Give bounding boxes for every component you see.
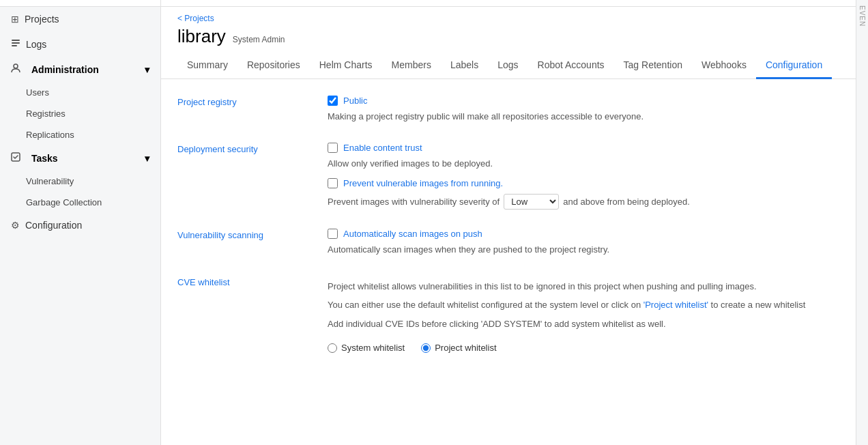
- prevent-vulnerable-checkbox[interactable]: [328, 178, 338, 188]
- deployment-security-content: Enable content trust Allow only verified…: [328, 143, 839, 210]
- sidebar-label-garbage-collection: Garbage Collection: [26, 197, 102, 207]
- vulnerability-scanning-row: Vulnerability scanning Automatically sca…: [177, 229, 839, 257]
- tab-bar: Summary Repositories Helm Charts Members…: [161, 53, 856, 79]
- project-header: < Projects library System Admin: [161, 7, 856, 47]
- severity-prefix: Prevent images with vulnerability severi…: [328, 197, 500, 207]
- administration-icon: [11, 63, 20, 75]
- vulnerability-scanning-label: Vulnerability scanning: [177, 229, 328, 257]
- sidebar-item-garbage-collection[interactable]: Garbage Collection: [0, 192, 160, 213]
- project-whitelist-link[interactable]: 'Project whitelist': [643, 300, 708, 310]
- right-strip-label: EVEN: [858, 5, 866, 27]
- cve-desc1: Project whitelist allows vulnerabilities…: [328, 280, 839, 293]
- public-checkbox[interactable]: [328, 96, 338, 106]
- sidebar-label-logs: Logs: [26, 39, 46, 50]
- sidebar-label-registries: Registries: [26, 109, 66, 119]
- project-registry-content: Public Making a project registry public …: [328, 96, 839, 124]
- projects-icon: ⊞: [11, 14, 19, 25]
- logs-icon: [11, 38, 20, 50]
- content-trust-label[interactable]: Enable content trust: [343, 143, 422, 153]
- tab-webhooks[interactable]: Webhooks: [692, 53, 756, 79]
- severity-suffix: and above from being deployed.: [563, 197, 690, 207]
- tab-summary[interactable]: Summary: [177, 53, 237, 79]
- main-content: < Projects library System Admin Summary …: [161, 0, 856, 445]
- vulnerability-scanning-content: Automatically scan images on push Automa…: [328, 229, 839, 257]
- chevron-down-icon: ▾: [145, 64, 149, 75]
- project-whitelist-radio[interactable]: [421, 343, 431, 353]
- svg-rect-0: [12, 40, 20, 41]
- sidebar-label-administration: Administration: [31, 64, 99, 75]
- sidebar-item-registries[interactable]: Registries: [0, 103, 160, 124]
- system-whitelist-radio[interactable]: [328, 343, 337, 353]
- public-label[interactable]: Public: [343, 96, 367, 106]
- prevent-vulnerable-checkbox-row: Prevent vulnerable images from running.: [328, 178, 839, 188]
- svg-rect-2: [12, 45, 17, 46]
- sidebar: ⊞ Projects Logs Administration ▾ Users: [0, 0, 161, 445]
- right-strip: EVEN: [856, 0, 868, 445]
- project-registry-label: Project registry: [177, 96, 328, 124]
- tasks-chevron-icon: ▾: [145, 153, 149, 164]
- system-whitelist-radio-row: System whitelist: [328, 343, 405, 353]
- sidebar-item-tasks[interactable]: Tasks ▾: [0, 145, 160, 171]
- severity-select[interactable]: Low Medium High Critical: [504, 194, 559, 210]
- auto-scan-checkbox[interactable]: [328, 229, 338, 239]
- sidebar-item-administration[interactable]: Administration ▾: [0, 57, 160, 82]
- tasks-icon: [11, 152, 20, 164]
- deployment-security-label: Deployment security: [177, 143, 328, 210]
- cve-desc3: Add individual CVE IDs before clicking '…: [328, 317, 839, 331]
- sidebar-item-replications[interactable]: Replications: [0, 124, 160, 145]
- allow-verified-description: Allow only verified images to be deploye…: [328, 157, 839, 171]
- sidebar-item-logs[interactable]: Logs: [0, 31, 160, 57]
- whitelist-radio-group: System whitelist Project whitelist: [328, 340, 839, 353]
- cve-whitelist-row: CVE whitelist Project whitelist allows v…: [177, 276, 839, 354]
- sidebar-item-configuration[interactable]: ⚙ Configuration: [0, 213, 160, 238]
- public-checkbox-row: Public: [328, 96, 839, 106]
- tab-robot-accounts[interactable]: Robot Accounts: [528, 53, 614, 79]
- project-title: library: [177, 26, 226, 47]
- auto-scan-label[interactable]: Automatically scan images on push: [343, 229, 482, 239]
- sidebar-label-users: Users: [26, 87, 49, 98]
- project-registry-row: Project registry Public Making a project…: [177, 96, 839, 124]
- auto-scan-checkbox-row: Automatically scan images on push: [328, 229, 839, 239]
- configuration-content: Project registry Public Making a project…: [161, 79, 856, 445]
- tab-labels[interactable]: Labels: [441, 53, 488, 79]
- sidebar-item-projects[interactable]: ⊞ Projects: [0, 7, 160, 31]
- project-whitelist-radio-row: Project whitelist: [421, 343, 496, 353]
- tab-tag-retention[interactable]: Tag Retention: [614, 53, 692, 79]
- public-description: Making a project registry public will ma…: [328, 110, 839, 124]
- prevent-vulnerable-label[interactable]: Prevent vulnerable images from running.: [343, 178, 503, 188]
- cve-whitelist-label: CVE whitelist: [177, 276, 328, 354]
- deployment-security-row: Deployment security Enable content trust…: [177, 143, 839, 210]
- svg-rect-1: [12, 42, 20, 44]
- tab-logs[interactable]: Logs: [488, 53, 527, 79]
- sidebar-label-configuration: Configuration: [25, 220, 82, 231]
- project-whitelist-radio-label[interactable]: Project whitelist: [435, 343, 496, 353]
- sidebar-item-vulnerability[interactable]: Vulnerability: [0, 171, 160, 192]
- breadcrumb[interactable]: < Projects: [177, 14, 839, 23]
- sidebar-label-replications: Replications: [26, 130, 74, 140]
- content-trust-checkbox[interactable]: [328, 143, 338, 153]
- tab-repositories[interactable]: Repositories: [237, 53, 310, 79]
- sidebar-label-vulnerability: Vulnerability: [26, 176, 74, 186]
- svg-point-3: [14, 64, 18, 68]
- sidebar-item-users[interactable]: Users: [0, 82, 160, 103]
- tab-configuration[interactable]: Configuration: [756, 53, 832, 79]
- tab-helm-charts[interactable]: Helm Charts: [310, 53, 382, 79]
- cve-whitelist-content: Project whitelist allows vulnerabilities…: [328, 276, 839, 354]
- sidebar-label-tasks: Tasks: [31, 153, 58, 164]
- cve-desc2: You can either use the default whitelist…: [328, 298, 839, 312]
- sidebar-label-projects: Projects: [25, 14, 59, 25]
- severity-row: Prevent images with vulnerability severi…: [328, 194, 839, 210]
- system-whitelist-radio-label[interactable]: System whitelist: [341, 343, 405, 353]
- tab-members[interactable]: Members: [382, 53, 441, 79]
- system-admin-badge: System Admin: [233, 35, 285, 44]
- content-trust-checkbox-row: Enable content trust: [328, 143, 839, 153]
- configuration-icon: ⚙: [11, 220, 20, 231]
- auto-scan-description: Automatically scan images when they are …: [328, 243, 839, 257]
